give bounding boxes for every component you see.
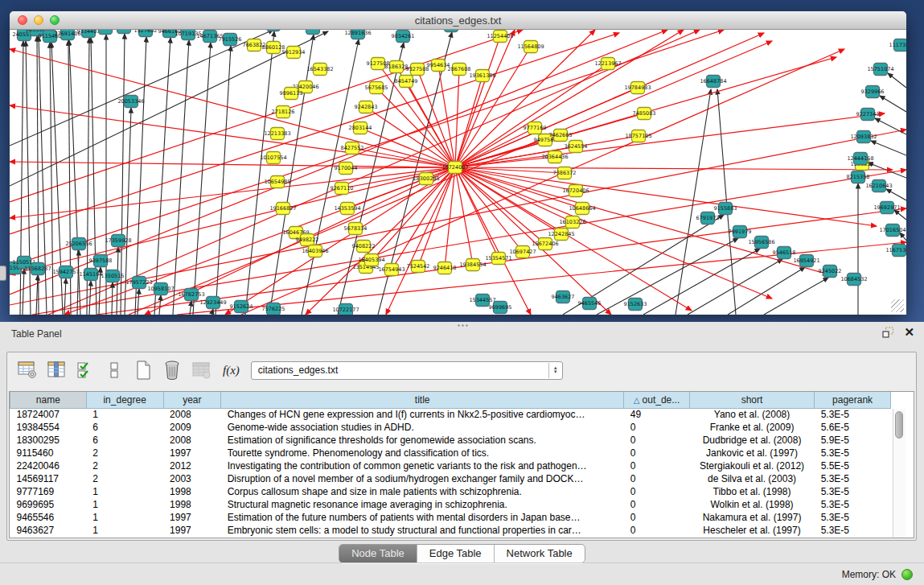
graph-node[interactable]: 18757105 — [625, 130, 651, 142]
cell-year[interactable]: 1998 — [163, 485, 221, 498]
citation-network-graph[interactable]: 2405572183550491154602769140693344032093… — [10, 30, 906, 315]
cell-year[interactable]: 1997 — [163, 447, 221, 459]
table-row[interactable]: 1872400712008Changes of HCN gene express… — [10, 408, 891, 421]
cell-name[interactable]: 9465546 — [10, 511, 87, 524]
table-scrollbar[interactable] — [893, 409, 906, 538]
edge[interactable] — [10, 105, 455, 167]
cell-in_degree[interactable]: 1 — [86, 485, 163, 498]
delete-table-icon[interactable] — [191, 360, 211, 381]
graph-node[interactable]: 8215358 — [847, 171, 870, 183]
edge[interactable] — [888, 73, 906, 88]
edge[interactable] — [159, 295, 161, 315]
edge[interactable] — [306, 167, 455, 315]
zoom-window-button[interactable] — [50, 15, 60, 25]
cell-name[interactable]: 9777169 — [10, 485, 87, 498]
graph-node[interactable]: 15354571 — [485, 253, 511, 265]
graph-node[interactable]: 8131074 — [440, 30, 463, 32]
graph-node[interactable]: 12242845 — [548, 229, 574, 241]
graph-node[interactable]: 6791973 — [696, 212, 720, 225]
cell-year[interactable]: 2012 — [163, 459, 221, 472]
cell-pagerank[interactable]: 5.3E-5 — [815, 511, 891, 524]
window-resize-grip[interactable] — [891, 299, 904, 312]
cell-short[interactable]: Wolkin et al. (1998) — [689, 498, 814, 511]
edge[interactable] — [173, 40, 189, 315]
edge[interactable] — [417, 69, 455, 167]
edge[interactable] — [875, 118, 906, 134]
graph-node[interactable]: 9546518 — [773, 247, 796, 259]
cell-title[interactable]: Estimation of the future numbers of pati… — [221, 511, 624, 524]
graph-node[interactable]: 20364436 — [541, 151, 568, 163]
graph-node[interactable]: 16543382 — [306, 64, 333, 76]
cell-short[interactable]: Jankovic et al. (1997) — [689, 447, 814, 459]
split-view-icon[interactable] — [104, 360, 125, 381]
cell-year[interactable]: 1997 — [163, 511, 221, 524]
edge[interactable] — [455, 113, 885, 167]
cell-title[interactable]: Tourette syndrome. Phenomenology and cla… — [221, 447, 624, 459]
graph-node[interactable]: 16648784 — [700, 76, 726, 88]
graph-node[interactable]: 1117364 — [889, 39, 906, 51]
cell-title[interactable]: Investigating the contribution of common… — [221, 459, 624, 472]
close-panel-icon[interactable]: ✕ — [904, 327, 914, 338]
panel-collapse-handle[interactable] — [0, 266, 6, 281]
tab-edge-table[interactable]: Edge Table — [417, 545, 495, 562]
cell-short[interactable]: de Silva et al. (2003) — [689, 472, 814, 485]
edge[interactable] — [871, 141, 906, 155]
edge[interactable] — [23, 269, 24, 315]
cell-in_degree[interactable]: 1 — [86, 408, 163, 421]
cell-title[interactable]: Genome-wide association studies in ADHD. — [221, 421, 624, 434]
edge[interactable] — [728, 267, 805, 315]
cell-name[interactable]: 18300295 — [10, 434, 87, 447]
cell-title[interactable]: Corpus callosum shape and size in male p… — [221, 485, 624, 498]
cell-year[interactable]: 2003 — [163, 472, 221, 485]
graph-node[interactable]: 19887378 — [299, 30, 326, 35]
graph-node[interactable]: 10684532 — [840, 274, 867, 286]
table-row[interactable]: 911546021997Tourette syndrome. Phenomeno… — [10, 447, 891, 459]
cell-short[interactable]: Hescheler et al. (1997) — [689, 524, 814, 537]
edge[interactable] — [352, 148, 455, 167]
cell-out_de[interactable]: 0 — [624, 485, 690, 498]
memory-status-icon[interactable] — [901, 569, 913, 580]
cell-in_degree[interactable]: 1 — [86, 498, 163, 511]
graph-node[interactable]: 17016504 — [879, 225, 906, 237]
cell-year[interactable]: 2008 — [163, 408, 221, 421]
graph-node[interactable]: 2867608 — [448, 64, 471, 76]
function-builder-icon[interactable]: f(x) — [223, 364, 240, 377]
graph-node[interactable]: 8454749 — [395, 76, 418, 88]
edge[interactable] — [455, 36, 500, 167]
cell-pagerank[interactable]: 5.3E-5 — [815, 498, 891, 511]
cell-out_de[interactable]: 0 — [624, 459, 690, 472]
graph-node[interactable]: 16954921 — [793, 255, 819, 267]
column-header-short[interactable]: short — [689, 392, 814, 408]
edge[interactable] — [48, 30, 700, 315]
graph-node[interactable]: 9246418 — [433, 262, 457, 274]
cell-pagerank[interactable]: 5.3E-5 — [815, 447, 891, 459]
cell-out_de[interactable]: 0 — [624, 472, 690, 485]
cell-short[interactable]: Nakamura et al. (1997) — [689, 511, 814, 524]
edge[interactable] — [764, 278, 828, 315]
edge[interactable] — [643, 249, 760, 315]
cell-out_de[interactable]: 0 — [624, 498, 690, 511]
cell-short[interactable]: Tibbo et al. (1998) — [689, 485, 814, 498]
graph-node[interactable]: 20053346 — [117, 96, 144, 108]
edge[interactable] — [177, 242, 906, 315]
cell-pagerank[interactable]: 5.3E-5 — [815, 485, 891, 498]
cell-short[interactable]: Franke et al. (2009) — [689, 421, 814, 434]
graph-node[interactable]: 5912934 — [282, 47, 306, 59]
tab-node-table[interactable]: Node Table — [339, 545, 417, 562]
edge[interactable] — [886, 189, 906, 200]
graph-node[interactable]: 2803144 — [349, 122, 372, 134]
cell-short[interactable]: Stergiakouli et al. (2012) — [689, 459, 814, 472]
table-row[interactable]: 2242004622012Investigating the contribut… — [10, 459, 891, 472]
graph-node[interactable]: 9397588 — [89, 255, 113, 267]
edge[interactable] — [190, 301, 191, 315]
edge[interactable] — [10, 30, 273, 146]
graph-node[interactable]: 19384554 — [459, 259, 486, 271]
graph-node[interactable]: 19166827 — [269, 203, 296, 215]
table-mode-icon[interactable] — [17, 360, 38, 381]
cell-year[interactable]: 2009 — [163, 421, 221, 434]
edge[interactable] — [880, 96, 906, 112]
column-header-name[interactable]: name — [10, 392, 87, 408]
cell-in_degree[interactable]: 6 — [86, 421, 163, 434]
cell-pagerank[interactable]: 5.6E-5 — [815, 421, 891, 434]
column-header-in_degree[interactable]: in_degree — [86, 392, 163, 408]
